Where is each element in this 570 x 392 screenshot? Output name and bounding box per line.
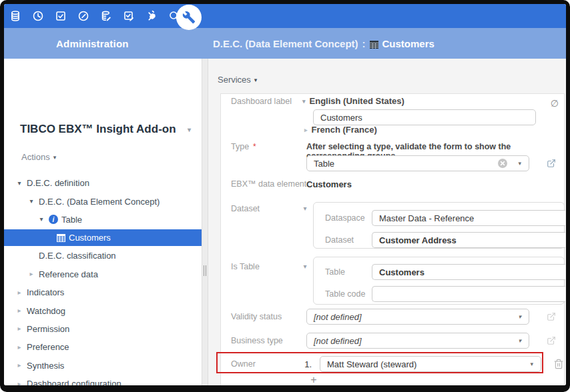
chevron-down-icon: ▾ xyxy=(254,77,258,83)
dashboard-label-input[interactable]: Customers xyxy=(313,109,536,125)
page-title: Administration xyxy=(56,28,129,59)
field-label-dashboard-label: Dashboard label xyxy=(231,97,292,106)
group-collapse-icon[interactable] xyxy=(301,205,309,212)
table-code-input[interactable] xyxy=(372,286,565,302)
dataspace-input[interactable]: Master Data - Reference xyxy=(372,210,565,226)
business-type-select[interactable]: [not defined] xyxy=(306,333,529,349)
tree-item-customers-selected[interactable]: Customers xyxy=(4,229,202,246)
field-label-ebx-data-element: EBX™ data element xyxy=(231,179,306,189)
gauge-icon[interactable] xyxy=(77,10,89,22)
tree-item-label: D.E.C. definition xyxy=(27,178,89,188)
tree-item-dashboard-configuration[interactable]: Dashboard configuration xyxy=(4,375,202,385)
sidebar-title[interactable]: TIBCO EBX™ Insight Add-on ▾ xyxy=(20,123,191,136)
field-label-dataset-inner: Dataset xyxy=(325,235,354,245)
clock-icon[interactable] xyxy=(32,10,44,22)
tree-item-indicators[interactable]: Indicators xyxy=(4,283,202,301)
sidebar: TIBCO EBX™ Insight Add-on ▾ Actions ▾ D.… xyxy=(4,59,202,385)
table-icon xyxy=(57,234,65,242)
lang-label: French (France) xyxy=(312,125,377,135)
collapse-arrow-icon[interactable] xyxy=(27,271,35,277)
null-value-icon[interactable]: ∅ xyxy=(551,98,559,109)
group-collapse-icon[interactable] xyxy=(301,263,309,270)
actions-label: Actions xyxy=(21,152,50,162)
tree-item-dec-classification[interactable]: D.E.C. classification xyxy=(4,247,202,265)
tree-item-label: D.E.C. (Data Element Concept) xyxy=(39,197,160,207)
tree-item-reference-data[interactable]: Reference data xyxy=(4,265,202,283)
collapse-arrow-icon[interactable] xyxy=(15,325,23,332)
wrench-icon-active[interactable] xyxy=(176,5,202,30)
delete-owner-icon[interactable] xyxy=(553,359,564,369)
actions-menu[interactable]: Actions ▾ xyxy=(21,152,56,162)
type-select[interactable]: Table xyxy=(306,155,529,171)
open-record-icon-disabled xyxy=(547,312,556,321)
field-label-table: Table xyxy=(325,267,345,277)
services-label: Services xyxy=(218,75,251,85)
owner-select[interactable]: Matt Steward (steward) xyxy=(320,356,541,372)
breadcrumb: D.E.C. (Data Element Concept) : Customer… xyxy=(213,28,435,59)
collapse-arrow-icon[interactable] xyxy=(15,381,23,385)
main-panel: Services ▾ Dashboard label ▾ English (Un… xyxy=(208,59,566,385)
field-label-dataset: Dataset xyxy=(231,204,260,213)
owner-value: Matt Steward (steward) xyxy=(327,359,416,369)
ebx-data-element-value: Customers xyxy=(306,179,352,189)
collapse-arrow-icon[interactable] xyxy=(15,362,23,369)
dropdown-caret-icon[interactable] xyxy=(518,337,521,344)
clear-icon[interactable] xyxy=(498,159,507,168)
lang-group-french[interactable]: ▸ French (France) xyxy=(304,125,377,135)
header-band: Administration D.E.C. (Data Element Conc… xyxy=(4,28,566,59)
dropdown-caret-icon[interactable] xyxy=(518,160,521,167)
owner-item-index: 1. xyxy=(288,359,312,369)
tree-item-table[interactable]: i Table xyxy=(4,211,202,229)
add-owner-button[interactable]: + xyxy=(308,374,320,385)
tree-item-label: Preference xyxy=(27,342,69,352)
checkbox-check-icon[interactable] xyxy=(55,10,67,22)
tree-item-label: Customers xyxy=(69,233,111,243)
expand-arrow-icon[interactable] xyxy=(27,198,35,205)
pane-resizer[interactable] xyxy=(202,59,208,385)
validity-status-select[interactable]: [not defined] xyxy=(306,309,529,325)
field-label-dataspace: Dataspace xyxy=(325,213,365,223)
resizer-handle-icon[interactable] xyxy=(204,265,206,276)
database-icon[interactable] xyxy=(9,10,21,22)
table-input[interactable]: Customers xyxy=(372,264,565,280)
field-label-is-table: Is Table xyxy=(231,262,260,271)
chevron-down-icon: ▾ xyxy=(302,98,306,105)
services-menu[interactable]: Services ▾ xyxy=(218,75,257,85)
collapse-arrow-icon[interactable] xyxy=(15,289,23,296)
lang-group-english[interactable]: ▾ English (United States) xyxy=(302,96,404,106)
top-toolbar xyxy=(4,4,566,28)
field-label-business-type: Business type xyxy=(231,336,283,345)
entity-title: Customers xyxy=(382,38,435,49)
tree-item-label: Table xyxy=(61,215,82,225)
expand-arrow-icon[interactable] xyxy=(15,180,23,187)
plug-icon[interactable] xyxy=(146,10,158,22)
screenshot-frame: Administration D.E.C. (Data Element Conc… xyxy=(0,0,570,392)
business-type-value: [not defined] xyxy=(314,336,362,346)
tree-item-permission[interactable]: Permission xyxy=(4,320,202,338)
navigation-tree: D.E.C. definition D.E.C. (Data Element C… xyxy=(4,174,202,385)
tree-item-watchdog[interactable]: Watchdog xyxy=(4,301,202,319)
tree-item-preference[interactable]: Preference xyxy=(4,338,202,356)
open-record-icon[interactable] xyxy=(547,159,556,168)
tree-item-synthesis[interactable]: Synthesis xyxy=(4,357,202,375)
dropdown-caret-icon[interactable] xyxy=(530,361,533,367)
type-select-value: Table xyxy=(314,159,334,169)
field-label-validity-status: Validity status xyxy=(231,312,282,321)
collapse-arrow-icon[interactable] xyxy=(15,307,23,314)
dropdown-caret-icon[interactable] xyxy=(518,313,521,320)
tree-item-label: D.E.C. classification xyxy=(39,251,116,261)
database-edit-icon[interactable] xyxy=(100,10,112,22)
app-window: Administration D.E.C. (Data Element Conc… xyxy=(4,4,566,385)
tree-item-label: Permission xyxy=(27,324,69,334)
checkbox-edit-icon[interactable] xyxy=(123,10,135,22)
field-label-table-code: Table code xyxy=(325,289,365,299)
is-table-group-box: Table Customers Table code xyxy=(313,257,565,305)
open-record-icon-disabled xyxy=(547,336,556,345)
validity-status-value: [not defined] xyxy=(314,312,362,322)
tree-item-dec-concept[interactable]: D.E.C. (Data Element Concept) xyxy=(4,192,202,210)
tree-item-dec-definition[interactable]: D.E.C. definition xyxy=(4,174,202,192)
dataset-group-box: Dataspace Master Data - Reference Datase… xyxy=(313,202,565,249)
collapse-arrow-icon[interactable] xyxy=(15,344,23,351)
expand-arrow-icon[interactable] xyxy=(37,216,45,223)
dataset-input[interactable]: Customer Address xyxy=(372,232,565,248)
